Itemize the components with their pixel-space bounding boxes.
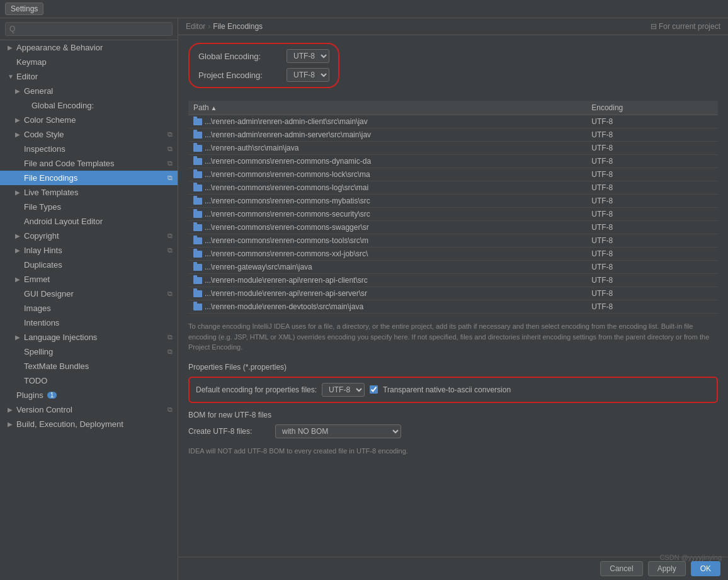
folder-icon (193, 198, 202, 205)
bom-create-select[interactable]: with NO BOM (275, 424, 401, 438)
search-input[interactable] (5, 22, 173, 36)
sidebar-item-buildexecution[interactable]: ▶ Build, Execution, Deployment (0, 417, 178, 431)
folder-icon (193, 251, 202, 258)
copy-icon: ⧉ (168, 232, 173, 240)
table-row: ...\renren-commons\renren-commons-log\sr… (188, 181, 718, 195)
properties-row: Default encoding for properties files: U… (188, 377, 718, 403)
table-row: ...\renren-module\renren-api\renren-api-… (188, 287, 718, 300)
folder-icon (193, 224, 202, 231)
bom-row: Create UTF-8 files: with NO BOM (188, 424, 718, 438)
sidebar-item-copyright[interactable]: ▶ Copyright ⧉ (0, 229, 178, 243)
folder-icon (193, 185, 202, 191)
copy-icon: ⧉ (168, 130, 173, 139)
info-text: To change encoding IntelliJ IDEA uses fo… (188, 319, 718, 355)
cell-path: ...\renren-commons\renren-commons-mybati… (188, 195, 586, 208)
arrow-icon: ▶ (15, 88, 21, 94)
ok-button[interactable]: OK (691, 561, 720, 576)
folder-icon (193, 171, 202, 178)
project-encoding-label: Project Encoding: (198, 71, 287, 80)
cell-path: ...\renren-commons\renren-commons-xxl-jo… (188, 247, 586, 261)
column-path[interactable]: Path (188, 101, 586, 115)
sidebar-item-duplicates[interactable]: Duplicates (0, 258, 178, 272)
properties-encoding-select[interactable]: UTF-8 (322, 383, 365, 397)
sidebar-item-plugins[interactable]: Plugins 1 (0, 388, 178, 402)
sidebar-item-label: TextMate Bundles (24, 361, 89, 371)
sidebar-item-label: Keymap (16, 57, 47, 67)
sidebar-item-inspections[interactable]: Inspections ⧉ (0, 142, 178, 156)
copy-icon: ⧉ (168, 159, 173, 168)
arrow-icon: ▶ (8, 421, 14, 428)
sidebar-item-label: File Types (24, 202, 61, 212)
copy-icon: ⧉ (168, 406, 173, 414)
sidebar-item-textmatebundles[interactable]: TextMate Bundles (0, 359, 178, 373)
cell-encoding: UTF-8 (586, 261, 718, 274)
cell-encoding: UTF-8 (586, 115, 718, 128)
cancel-button[interactable]: Cancel (600, 561, 642, 576)
copy-icon: ⧉ (168, 246, 173, 254)
sidebar-item-appearance[interactable]: ▶ Appearance & Behavior (0, 40, 178, 55)
breadcrumb-separator: › (208, 22, 210, 31)
arrow-icon: ▶ (8, 406, 14, 413)
table-row: ...\renren-gateway\src\main\java UTF-8 (188, 261, 718, 274)
transparent-checkbox[interactable] (370, 385, 378, 394)
cell-path: ...\renren-commons\renren-commons-log\sr… (188, 181, 586, 195)
sidebar-item-label: Duplicates (24, 260, 62, 270)
sidebar-item-filetypes[interactable]: File Types (0, 200, 178, 214)
cell-encoding: UTF-8 (586, 221, 718, 234)
sidebar-item-inlayhints[interactable]: ▶ Inlay Hints ⧉ (0, 243, 178, 258)
table-row: ...\renren-commons\renren-commons-mybati… (188, 195, 718, 208)
sidebar-item-images[interactable]: Images (0, 301, 178, 316)
sidebar-item-label: Version Control (16, 405, 72, 414)
global-encoding-select[interactable]: UTF-8 (287, 49, 329, 63)
sidebar-item-label: Emmet (24, 275, 50, 284)
sidebar-item-androidlayouteditor[interactable]: Android Layout Editor (0, 214, 178, 229)
sidebar-item-spelling[interactable]: Spelling ⧉ (0, 344, 178, 359)
arrow-icon: ▶ (15, 276, 21, 283)
apply-button[interactable]: Apply (648, 561, 686, 576)
copy-icon: ⧉ (168, 145, 173, 153)
sidebar-item-label: Code Style (24, 130, 64, 139)
cell-encoding: UTF-8 (586, 208, 718, 221)
sidebar-item-livetemplates[interactable]: ▶ Live Templates (0, 185, 178, 200)
sidebar-item-keymap[interactable]: Keymap (0, 55, 178, 69)
sidebar-item-guidesigner[interactable]: GUI Designer ⧉ (0, 287, 178, 301)
properties-label: Default encoding for properties files: (196, 385, 317, 394)
cell-path: ...\renren-commons\renren-commons-swagge… (188, 221, 586, 234)
properties-section-title: Properties Files (*.properties) (188, 363, 718, 372)
sidebar-item-font[interactable]: Global Encoding: (0, 98, 178, 113)
cell-encoding: UTF-8 (586, 287, 718, 300)
cell-encoding: UTF-8 (586, 168, 718, 181)
cell-path: ...\renren-module\renren-devtools\src\ma… (188, 300, 586, 314)
sidebar-item-label: File and Code Templates (24, 159, 115, 168)
sidebar-item-versioncontrol[interactable]: ▶ Version Control ⧉ (0, 402, 178, 417)
sidebar-item-intentions[interactable]: Intentions (0, 316, 178, 330)
arrow-icon: ▶ (15, 131, 21, 138)
arrow-icon: ▶ (15, 247, 21, 254)
breadcrumb-editor: Editor (186, 22, 205, 31)
sidebar-item-fileencodings[interactable]: File Encodings ⧉ (0, 171, 178, 185)
sidebar-item-label: Spelling (24, 347, 53, 356)
folder-icon (193, 290, 202, 297)
plugin-badge: 1 (47, 392, 57, 399)
sidebar-item-general[interactable]: ▶ General (0, 84, 178, 98)
bom-section: BOM for new UTF-8 files Create UTF-8 fil… (188, 411, 718, 459)
arrow-icon: ▶ (15, 232, 21, 239)
global-encoding-label: Global Encoding: (198, 52, 287, 61)
project-encoding-select[interactable]: UTF-8 (287, 68, 329, 82)
sidebar-item-editor[interactable]: ▼ Editor (0, 69, 178, 84)
sidebar-item-filecodetemplates[interactable]: File and Code Templates ⧉ (0, 156, 178, 171)
sidebar-item-todo[interactable]: TODO (0, 373, 178, 388)
arrow-icon: ▶ (15, 117, 21, 123)
sidebar-item-languageinjections[interactable]: ▶ Language Injections ⧉ (0, 330, 178, 344)
folder-icon (193, 237, 202, 244)
sidebar-item-colorscheme[interactable]: ▶ Color Scheme (0, 113, 178, 127)
file-encoding-table: Path Encoding ...\renren-admin\renren-ad… (188, 101, 718, 314)
cell-path: ...\renren-commons\renren-commons-lock\s… (188, 168, 586, 181)
cell-encoding: UTF-8 (586, 195, 718, 208)
cell-encoding: UTF-8 (586, 181, 718, 195)
cell-path: ...\renren-module\renren-api\renren-api-… (188, 287, 586, 300)
project-link[interactable]: ⊟ For current project (651, 22, 720, 31)
breadcrumb: Editor › File Encodings ⊟ For current pr… (178, 18, 728, 35)
sidebar-item-emmet[interactable]: ▶ Emmet (0, 272, 178, 287)
sidebar-item-codestyle[interactable]: ▶ Code Style ⧉ (0, 127, 178, 142)
